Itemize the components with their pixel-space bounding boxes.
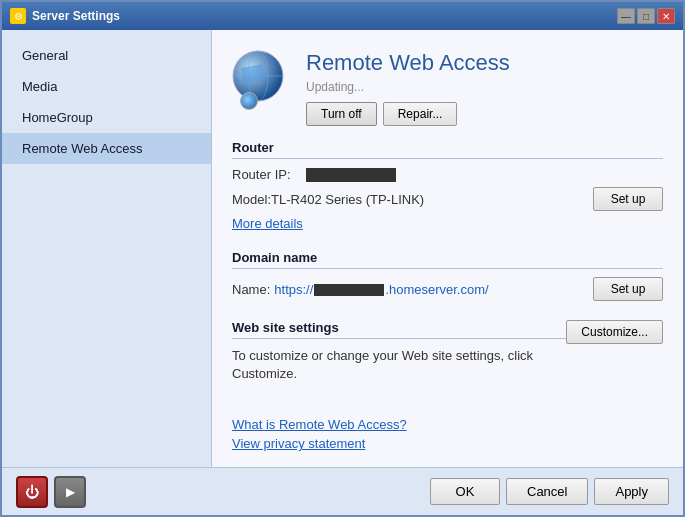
domain-suffix: .homeserver.com/ xyxy=(385,282,488,297)
ok-button[interactable]: OK xyxy=(430,478,500,505)
domain-redacted xyxy=(314,284,384,296)
header-buttons: Turn off Repair... xyxy=(306,102,510,126)
domain-prefix: https:// xyxy=(274,282,313,297)
arrow-button[interactable]: ▶ xyxy=(54,476,86,508)
footer: ⏻ ▶ OK Cancel Apply xyxy=(2,467,683,515)
main-window: ⚙ Server Settings — □ ✕ General Media Ho… xyxy=(0,0,685,517)
router-section-header: Router xyxy=(232,140,663,159)
turn-off-button[interactable]: Turn off xyxy=(306,102,377,126)
cancel-button[interactable]: Cancel xyxy=(506,478,588,505)
footer-left-controls: ⏻ ▶ xyxy=(16,476,86,508)
router-model-row: Model: TL-R402 Series (TP-LINK) Set up xyxy=(232,187,663,211)
customize-btn-wrapper: Customize... xyxy=(566,320,663,344)
header-text-area: Remote Web Access Updating... Turn off R… xyxy=(306,50,510,126)
main-content: General Media HomeGroup Remote Web Acces… xyxy=(2,30,683,467)
minimize-button[interactable]: — xyxy=(617,8,635,24)
footer-right-buttons: OK Cancel Apply xyxy=(430,478,669,505)
privacy-link[interactable]: View privacy statement xyxy=(232,436,663,451)
domain-name-label: Name: xyxy=(232,282,270,297)
router-setup-button[interactable]: Set up xyxy=(593,187,663,211)
domain-name-row: Name: https://.homeserver.com/ Set up xyxy=(232,277,663,301)
maximize-button[interactable]: □ xyxy=(637,8,655,24)
more-details-row: More details xyxy=(232,216,663,231)
small-globe-icon xyxy=(240,92,258,110)
router-setup-wrapper: Set up xyxy=(593,187,663,211)
globe-icon xyxy=(232,50,284,102)
website-settings-description: To customize or change your Web site set… xyxy=(232,347,566,383)
domain-setup-wrapper: Set up xyxy=(593,277,663,301)
titlebar: ⚙ Server Settings — □ ✕ xyxy=(2,2,683,30)
apply-button[interactable]: Apply xyxy=(594,478,669,505)
content-area: Remote Web Access Updating... Turn off R… xyxy=(212,30,683,467)
window-title: Server Settings xyxy=(32,9,120,23)
router-ip-label: Router IP: xyxy=(232,167,302,182)
sidebar-item-homegroup[interactable]: HomeGroup xyxy=(2,102,211,133)
more-details-link[interactable]: More details xyxy=(232,216,303,231)
titlebar-left: ⚙ Server Settings xyxy=(10,8,120,24)
close-button[interactable]: ✕ xyxy=(657,8,675,24)
domain-section-header: Domain name xyxy=(232,250,663,269)
domain-name-value: https://.homeserver.com/ xyxy=(274,282,488,297)
content-header: Remote Web Access Updating... Turn off R… xyxy=(232,50,663,126)
router-model-label: Model: xyxy=(232,192,271,207)
sidebar-item-general[interactable]: General xyxy=(2,40,211,71)
website-section-header: Web site settings xyxy=(232,320,566,339)
page-title: Remote Web Access xyxy=(306,50,510,76)
sidebar-item-remote-web-access[interactable]: Remote Web Access xyxy=(2,133,211,164)
bottom-links: What is Remote Web Access? View privacy … xyxy=(232,397,663,455)
rwa-help-link[interactable]: What is Remote Web Access? xyxy=(232,417,663,432)
window-controls: — □ ✕ xyxy=(617,8,675,24)
sidebar: General Media HomeGroup Remote Web Acces… xyxy=(2,30,212,467)
app-icon: ⚙ xyxy=(10,8,26,24)
repair-button[interactable]: Repair... xyxy=(383,102,458,126)
domain-setup-button[interactable]: Set up xyxy=(593,277,663,301)
header-icon-area xyxy=(232,50,292,110)
customize-button[interactable]: Customize... xyxy=(566,320,663,344)
updating-label: Updating... xyxy=(306,80,510,94)
website-section: Web site settings To customize or change… xyxy=(232,320,663,383)
router-section: Router Router IP: Model: TL-R402 Series … xyxy=(232,140,663,236)
router-ip-row: Router IP: xyxy=(232,167,663,182)
website-section-content: Web site settings To customize or change… xyxy=(232,320,566,383)
router-ip-value xyxy=(306,168,396,182)
router-model-value: TL-R402 Series (TP-LINK) xyxy=(271,192,424,207)
domain-section: Domain name Name: https://.homeserver.co… xyxy=(232,250,663,306)
sidebar-item-media[interactable]: Media xyxy=(2,71,211,102)
power-button[interactable]: ⏻ xyxy=(16,476,48,508)
